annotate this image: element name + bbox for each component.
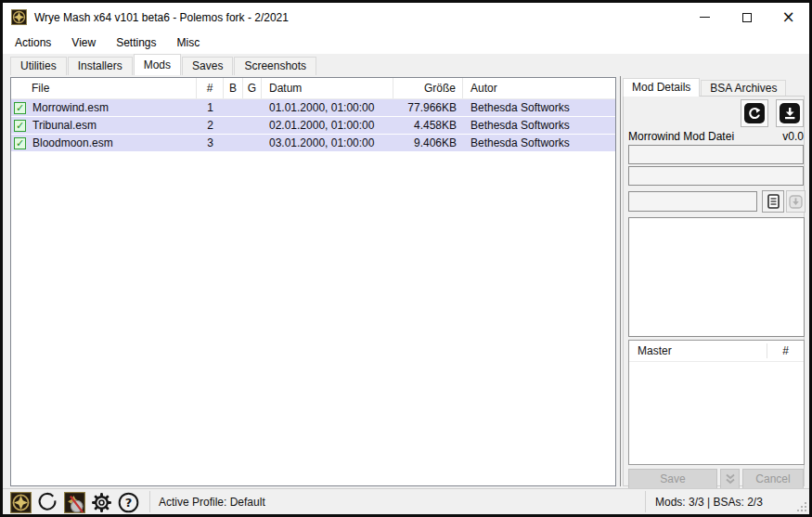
window-title: Wrye Mash x64 v101 beta6 - Polemos fork … [34, 11, 289, 24]
close-icon: × [781, 9, 794, 25]
menu-actions[interactable]: Actions [5, 32, 61, 54]
mod-size: 77.966KB [393, 99, 463, 116]
tab-utilities[interactable]: Utilities [10, 57, 67, 75]
settings-gear-icon[interactable] [91, 492, 112, 513]
mod-file-name: Morrowind.esm [32, 101, 109, 114]
tab-mod-details[interactable]: Mod Details [623, 78, 700, 97]
refresh-circle-icon[interactable] [37, 492, 58, 513]
tab-mods[interactable]: Mods [134, 54, 181, 75]
masters-table-header: Master # [629, 341, 804, 362]
tab-saves[interactable]: Saves [182, 57, 233, 75]
main-tab-strip: Utilities Installers Mods Saves Screensh… [3, 54, 809, 75]
status-separator [645, 491, 646, 512]
mod-size: 9.406KB [393, 135, 463, 151]
import-button[interactable] [776, 99, 804, 127]
mod-load-order: 2 [197, 117, 224, 134]
wrye-mash-app-icon [11, 9, 27, 25]
col-header-master-num[interactable]: # [767, 344, 804, 357]
mod-g-flag [243, 117, 262, 134]
mod-details-panel: Morrowind Mod Datei v0.0 [623, 96, 805, 486]
edit-readme-button[interactable] [762, 190, 784, 213]
mod-date: 03.01.2000, 01:00:00 [262, 135, 393, 151]
mod-b-flag [224, 99, 243, 116]
mods-page: File # B G Datum Größe Autor ✓ Morrowind… [3, 75, 809, 488]
mod-load-order: 1 [197, 99, 224, 116]
minimize-icon [700, 17, 710, 18]
file-type-label: Morrowind Mod Datei [628, 130, 734, 143]
tab-bsa-archives[interactable]: BSA Archives [701, 80, 786, 97]
mod-author: Bethesda Softworks [463, 117, 615, 134]
mod-checkbox[interactable]: ✓ [14, 137, 26, 149]
resize-grip[interactable] [797, 502, 807, 512]
mod-size: 4.458KB [393, 117, 463, 134]
mod-g-flag [243, 99, 262, 116]
check-icon: ✓ [16, 121, 24, 131]
col-header-b[interactable]: B [224, 78, 243, 98]
title-bar[interactable]: Wrye Mash x64 v101 beta6 - Polemos fork … [3, 3, 809, 32]
save-options-button[interactable] [720, 469, 740, 489]
maximize-button[interactable] [726, 3, 767, 32]
col-header-file[interactable]: File [11, 78, 197, 98]
app-window: Wrye Mash x64 v101 beta6 - Polemos fork … [0, 0, 812, 517]
menu-settings[interactable]: Settings [106, 32, 166, 54]
status-bar: ? Active Profile: Default Mods: 3/3 | BS… [3, 488, 809, 514]
mods-list-header: File # B G Datum Größe Autor [11, 78, 615, 99]
script-field[interactable] [628, 191, 757, 212]
mod-load-order: 3 [197, 135, 224, 151]
masters-table: Master # [628, 340, 805, 465]
save-button[interactable]: Save [628, 469, 717, 489]
mod-checkbox[interactable]: ✓ [14, 120, 26, 132]
tab-screenshots[interactable]: Screenshots [234, 57, 316, 75]
mod-row-bloodmoon[interactable]: ✓ Bloodmoon.esm 3 03.01.2000, 01:00:00 9… [11, 135, 615, 152]
svg-text:?: ? [125, 496, 133, 510]
apply-script-button[interactable] [786, 190, 806, 213]
cancel-button[interactable]: Cancel [742, 469, 804, 489]
restore-backup-button[interactable] [741, 99, 768, 127]
details-tab-strip: Mod Details BSA Archives [623, 78, 787, 97]
download-icon [780, 103, 800, 123]
launch-disabled-icon[interactable] [64, 492, 85, 513]
mod-date: 01.01.2000, 01:00:00 [262, 99, 393, 116]
status-separator [149, 491, 150, 512]
close-button[interactable]: × [767, 3, 809, 32]
file-type-row: Morrowind Mod Datei v0.0 [628, 130, 804, 143]
tab-installers[interactable]: Installers [68, 57, 133, 75]
mod-checkbox[interactable]: ✓ [14, 102, 26, 114]
menu-misc[interactable]: Misc [167, 32, 211, 54]
mod-file-name: Bloodmoon.esm [32, 136, 113, 149]
document-icon [767, 194, 780, 209]
col-header-g[interactable]: G [243, 78, 262, 98]
description-textarea[interactable] [628, 217, 805, 337]
maximize-icon [742, 13, 752, 22]
check-icon: ✓ [16, 103, 24, 113]
restore-icon [744, 103, 765, 123]
col-header-num[interactable]: # [197, 78, 224, 98]
menu-view[interactable]: View [61, 32, 106, 54]
arrow-down-icon [789, 195, 803, 209]
mod-author: Bethesda Softworks [463, 135, 615, 151]
chevron-double-down-icon [724, 472, 737, 485]
mod-date-field[interactable] [628, 166, 804, 186]
mod-name-field[interactable] [628, 145, 804, 164]
mods-list: File # B G Datum Größe Autor ✓ Morrowind… [10, 77, 616, 486]
active-profile-status: Active Profile: Default [159, 489, 265, 515]
menu-bar: Actions View Settings Misc [3, 32, 809, 54]
mod-row-morrowind[interactable]: ✓ Morrowind.esm 1 01.01.2000, 01:00:00 7… [11, 99, 615, 117]
minimize-button[interactable] [684, 3, 726, 32]
col-header-autor[interactable]: Autor [463, 78, 615, 98]
col-header-size[interactable]: Größe [393, 78, 463, 98]
help-icon[interactable]: ? [118, 492, 139, 513]
mod-date: 02.01.2000, 01:00:00 [262, 117, 393, 134]
mods-bsas-count-status: Mods: 3/3 | BSAs: 2/3 [655, 489, 763, 515]
mod-row-tribunal[interactable]: ✓ Tribunal.esm 2 02.01.2000, 01:00:00 4.… [11, 117, 615, 135]
col-header-master[interactable]: Master [629, 343, 767, 357]
check-icon: ✓ [16, 138, 24, 149]
mod-b-flag [224, 135, 243, 151]
mod-author: Bethesda Softworks [463, 99, 615, 116]
mod-g-flag [243, 135, 262, 151]
mod-file-name: Tribunal.esm [32, 119, 97, 132]
launch-morrowind-icon[interactable] [10, 492, 32, 513]
mod-b-flag [224, 117, 243, 134]
version-label: v0.0 [782, 130, 804, 143]
col-header-datum[interactable]: Datum [262, 78, 393, 98]
